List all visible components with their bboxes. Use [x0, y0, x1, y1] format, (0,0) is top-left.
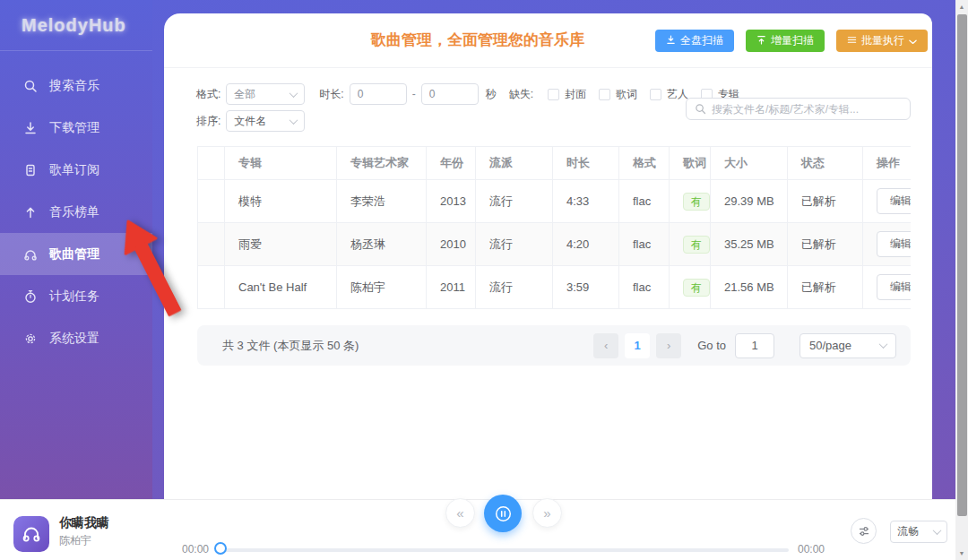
table-row: 模特 李荣浩 2013 流行 4:33 flac 有 29.39 MB 已解析 … — [198, 180, 912, 223]
cell-genre: 流行 — [476, 266, 553, 309]
sort-label: 排序: — [196, 114, 220, 129]
sidebar-item-music-charts[interactable]: 音乐榜单 — [0, 191, 152, 233]
incremental-scan-button[interactable]: 增量扫描 — [746, 30, 825, 52]
headphones-icon — [20, 522, 43, 546]
quality-select[interactable]: 流畅 — [890, 521, 947, 543]
column-header-year: 年份 — [427, 147, 476, 180]
chevron-down-icon — [933, 526, 942, 535]
sidebar-item-playlist-subscription[interactable]: 歌单订阅 — [0, 149, 152, 191]
now-playing-artist: 陈柏宇 — [59, 533, 91, 548]
chevron-down-icon — [290, 89, 298, 98]
goto-label: Go to — [697, 339, 726, 352]
sidebar-item-scheduled-tasks[interactable]: 计划任务 — [0, 275, 152, 317]
cell-duration: 4:33 — [553, 180, 619, 223]
sort-select[interactable]: 文件名 — [226, 110, 305, 132]
cell-duration: 3:59 — [553, 266, 619, 309]
format-select[interactable]: 全部 — [226, 83, 305, 105]
cell-album-artist: 杨丞琳 — [337, 223, 427, 266]
scroll-down-arrow[interactable]: ▼ — [955, 547, 968, 560]
column-header-size: 大小 — [711, 147, 788, 180]
app-logo: MelodyHub — [0, 0, 152, 51]
chevron-right-icon: › — [667, 339, 670, 352]
page-size-value: 50/page — [809, 339, 851, 352]
equalizer-button[interactable] — [851, 518, 877, 544]
pause-icon — [494, 504, 513, 523]
cell-status: 已解析 — [788, 266, 863, 309]
previous-track-button[interactable]: « — [445, 498, 475, 528]
cell-actions: 编辑 — [863, 266, 912, 309]
sidebar-item-label: 搜索音乐 — [49, 78, 99, 94]
sidebar-item-label: 歌曲管理 — [49, 246, 99, 263]
scroll-up-arrow[interactable]: ▲ — [955, 0, 968, 13]
edit-button[interactable]: 编辑 — [877, 188, 911, 214]
cell-size: 21.56 MB — [711, 266, 788, 309]
next-icon: » — [543, 505, 550, 521]
column-header-lyrics: 歌词 — [670, 147, 711, 180]
cell-status: 已解析 — [788, 180, 863, 223]
pagination-summary: 共 3 文件 (本页显示 50 条) — [222, 338, 359, 354]
sidebar-item-label: 系统设置 — [49, 331, 99, 347]
checkbox-label: 歌词 — [616, 87, 637, 102]
duration-dash: - — [412, 88, 416, 100]
cell-duration: 4:20 — [553, 223, 619, 266]
sidebar: MelodyHub 搜索音乐 下载管理 歌单订阅 — [0, 0, 152, 499]
now-playing-title: 你瞒我瞒 — [59, 515, 109, 531]
quality-value: 流畅 — [897, 524, 919, 539]
checkbox-missing-artist[interactable]: 艺人 — [650, 87, 688, 102]
incremental-scan-label: 增量扫描 — [771, 33, 814, 48]
search-input[interactable] — [712, 103, 902, 116]
cell-album-artist: 李荣浩 — [337, 180, 427, 223]
cell-actions: 编辑 — [863, 223, 912, 266]
cell-status: 已解析 — [788, 223, 863, 266]
app-window: MelodyHub 搜索音乐 下载管理 歌单订阅 — [0, 0, 968, 560]
edit-button[interactable]: 编辑 — [877, 231, 911, 257]
next-page-button[interactable]: › — [656, 333, 681, 358]
column-header-format: 格式 — [619, 147, 670, 180]
sidebar-item-system-settings[interactable]: 系统设置 — [0, 317, 152, 359]
page-size-select[interactable]: 50/page — [799, 333, 896, 358]
cell-album: Can't Be Half — [225, 266, 337, 309]
prev-page-button[interactable]: ‹ — [593, 333, 618, 358]
progress-handle[interactable] — [214, 542, 227, 555]
sidebar-menu: 搜索音乐 下载管理 歌单订阅 音乐榜单 — [0, 65, 152, 359]
search-box — [686, 98, 911, 120]
duration-unit: 秒 — [486, 87, 497, 102]
progress-bar[interactable] — [224, 548, 789, 552]
batch-execute-button[interactable]: 批量执行 — [836, 30, 928, 52]
scrollbar-thumb[interactable] — [957, 14, 967, 516]
total-time: 00:00 — [798, 543, 825, 556]
chevron-down-icon — [290, 116, 298, 125]
sidebar-item-song-manager[interactable]: 歌曲管理 — [0, 233, 152, 275]
browser-scrollbar[interactable]: ▲ ▼ — [955, 0, 968, 560]
column-header-actions: 操作 — [863, 147, 912, 180]
chevron-left-icon: ‹ — [604, 339, 608, 352]
duration-min-input[interactable] — [350, 83, 407, 105]
table-row: Can't Be Half 陈柏宇 2011 流行 3:59 flac 有 21… — [198, 266, 912, 309]
column-header-status: 状态 — [788, 147, 863, 180]
pause-button[interactable] — [484, 495, 522, 532]
checkbox-icon — [548, 89, 559, 100]
filter-bar: 格式: 全部 时长: - 秒 缺失: 封面 — [196, 82, 752, 133]
sidebar-item-search-music[interactable]: 搜索音乐 — [0, 65, 152, 107]
checkbox-missing-lyrics[interactable]: 歌词 — [599, 87, 637, 102]
songs-table: 专辑 专辑艺术家 年份 流派 时长 格式 歌词 大小 状态 操作 — [197, 146, 911, 309]
cell-empty — [198, 223, 225, 266]
missing-label: 缺失: — [509, 87, 533, 102]
goto-page-input[interactable] — [735, 333, 774, 358]
duration-max-input[interactable] — [421, 83, 479, 105]
page-number-1[interactable]: 1 — [625, 333, 650, 358]
full-scan-label: 全盘扫描 — [680, 33, 723, 48]
playlist-icon — [23, 163, 38, 177]
cell-genre: 流行 — [476, 180, 553, 223]
cell-empty — [198, 180, 225, 223]
checkbox-missing-cover[interactable]: 封面 — [548, 87, 586, 102]
table-header-row: 专辑 专辑艺术家 年份 流派 时长 格式 歌词 大小 状态 操作 — [198, 147, 912, 180]
cell-format: flac — [619, 223, 670, 266]
full-scan-button[interactable]: 全盘扫描 — [655, 30, 734, 52]
lyrics-badge: 有 — [683, 236, 710, 254]
edit-button[interactable]: 编辑 — [877, 274, 911, 300]
next-track-button[interactable]: » — [532, 498, 562, 528]
sidebar-item-download-manager[interactable]: 下载管理 — [0, 107, 152, 149]
filter-row-2: 排序: 文件名 — [196, 109, 752, 133]
list-icon — [847, 35, 857, 47]
